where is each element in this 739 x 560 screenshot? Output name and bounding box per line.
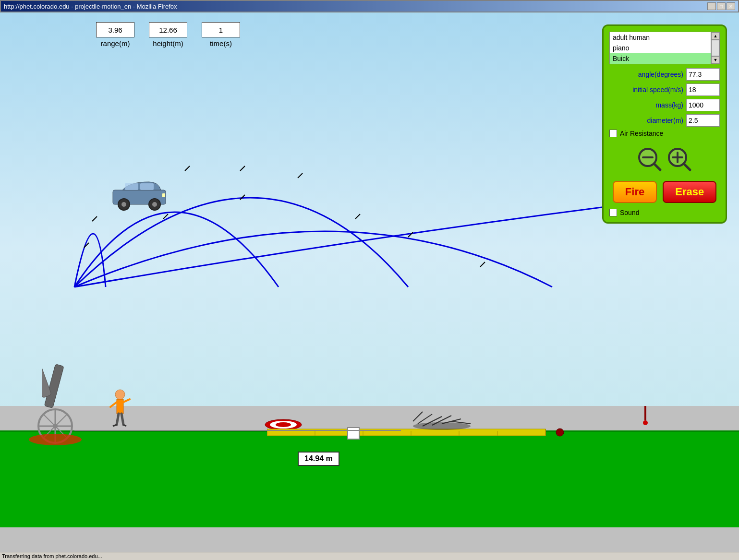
- time-label: time(s): [210, 39, 232, 48]
- svg-rect-19: [42, 350, 51, 398]
- svg-point-48: [556, 429, 564, 436]
- close-icon: ✕: [729, 4, 733, 9]
- mass-row: mass(kg): [609, 99, 720, 111]
- window-controls[interactable]: — □ ✕: [707, 2, 735, 10]
- svg-point-28: [115, 390, 125, 399]
- svg-rect-29: [117, 399, 123, 414]
- diameter-input[interactable]: [686, 114, 720, 127]
- svg-point-55: [413, 422, 471, 430]
- mass-input[interactable]: [686, 99, 720, 111]
- angle-label: angle(degrees): [638, 71, 683, 78]
- svg-point-24: [121, 202, 126, 207]
- svg-rect-56: [644, 406, 646, 420]
- title-bar: http://phet.colorado.edu - projectile-mo…: [1, 1, 738, 12]
- maximize-icon: □: [720, 4, 723, 9]
- maximize-button[interactable]: □: [717, 2, 726, 10]
- crash-marks: [408, 407, 480, 431]
- cannon-barrel-2: [42, 348, 100, 435]
- sound-label: Sound: [620, 209, 639, 216]
- status-text: Transferring data from phet.colorado.edu…: [2, 553, 102, 559]
- air-resistance-row: Air Resistance: [609, 130, 720, 137]
- svg-line-49: [413, 412, 423, 421]
- listbox-items: adult human piano Buick: [610, 32, 711, 64]
- range-label: range(m): [101, 39, 130, 48]
- svg-rect-27: [162, 193, 165, 197]
- person-figure: [108, 389, 132, 432]
- simulation-container: range(m) height(m) time(s): [0, 12, 739, 550]
- status-bar: Transferring data from phet.colorado.edu…: [0, 552, 739, 560]
- listbox-item-buick[interactable]: Buick: [610, 53, 711, 64]
- svg-rect-47: [348, 428, 359, 439]
- range-input[interactable]: [96, 22, 134, 37]
- measurement-value: 14.94 m: [304, 454, 333, 463]
- range-stat: range(m): [96, 22, 134, 48]
- svg-point-57: [643, 420, 648, 425]
- minimize-button[interactable]: —: [707, 2, 716, 10]
- mass-label: mass(kg): [655, 101, 683, 109]
- diameter-row: diameter(m): [609, 114, 720, 127]
- stats-area: range(m) height(m) time(s): [96, 22, 240, 48]
- svg-line-30: [110, 402, 117, 407]
- listbox-item-adult-human[interactable]: adult human: [610, 32, 711, 43]
- svg-rect-21: [125, 183, 138, 190]
- svg-point-26: [152, 202, 157, 207]
- svg-point-18: [29, 434, 82, 445]
- angle-row: angle(degrees): [609, 68, 720, 81]
- svg-line-60: [654, 164, 660, 170]
- height-stat: height(m): [149, 22, 187, 48]
- fire-button[interactable]: Fire: [613, 181, 657, 203]
- scroll-down-button[interactable]: ▼: [711, 56, 720, 64]
- range-line: [74, 430, 401, 431]
- scroll-track: [711, 40, 719, 56]
- svg-rect-22: [140, 183, 154, 190]
- erase-button[interactable]: Erase: [663, 181, 716, 203]
- scroll-up-button[interactable]: ▲: [711, 32, 720, 40]
- sound-row: Sound: [609, 209, 720, 216]
- svg-line-64: [684, 164, 690, 170]
- window-title: http://phet.colorado.edu - projectile-mo…: [4, 3, 177, 10]
- speed-input[interactable]: [686, 83, 720, 96]
- listbox-item-piano[interactable]: piano: [610, 43, 711, 53]
- speed-row: initial speed(m/s): [609, 83, 720, 96]
- svg-line-34: [113, 425, 117, 426]
- air-resistance-checkbox[interactable]: [609, 130, 617, 137]
- car-projectile: [110, 178, 173, 212]
- time-input[interactable]: [202, 22, 240, 37]
- listbox-scrollbar[interactable]: ▲ ▼: [711, 32, 719, 64]
- svg-line-35: [123, 425, 126, 426]
- control-panel: adult human piano Buick ▲ ▼ angle(degree…: [602, 24, 727, 224]
- angle-input[interactable]: [686, 68, 720, 81]
- air-resistance-label: Air Resistance: [620, 130, 663, 137]
- action-buttons: Fire Erase: [609, 181, 720, 203]
- height-input[interactable]: [149, 22, 187, 37]
- zoom-area: [609, 147, 720, 174]
- zoom-out-button[interactable]: [637, 147, 662, 174]
- object-listbox[interactable]: adult human piano Buick ▲ ▼: [609, 32, 720, 64]
- sound-checkbox[interactable]: [609, 209, 617, 216]
- minimize-icon: —: [709, 4, 714, 9]
- measurement-display: 14.94 m: [298, 452, 339, 466]
- close-button[interactable]: ✕: [727, 2, 735, 10]
- diameter-label: diameter(m): [647, 117, 683, 124]
- time-stat: time(s): [202, 22, 240, 48]
- ground: [0, 431, 739, 527]
- height-label: height(m): [153, 39, 183, 48]
- speed-label: initial speed(m/s): [632, 86, 683, 94]
- svg-line-32: [117, 414, 119, 425]
- zoom-in-button[interactable]: [667, 147, 692, 174]
- far-impact-marker: [641, 406, 650, 425]
- svg-line-31: [123, 399, 130, 402]
- svg-line-33: [121, 414, 123, 425]
